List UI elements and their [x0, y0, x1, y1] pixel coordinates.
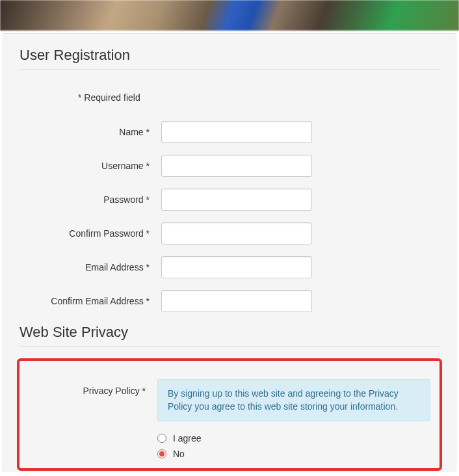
privacy-policy-label: Privacy Policy *: [29, 379, 157, 396]
email-input[interactable]: [161, 256, 312, 278]
privacy-section-title: Web Site Privacy: [20, 324, 439, 347]
privacy-no-radio[interactable]: [157, 449, 166, 458]
confirm-password-label: Confirm Password *: [20, 228, 161, 239]
privacy-agree-label: I agree: [173, 433, 202, 443]
page-title: User Registration: [20, 47, 439, 70]
confirm-email-label: Confirm Email Address *: [20, 296, 161, 306]
header-banner-image: [0, 0, 459, 31]
required-field-note: * Required field: [78, 92, 439, 103]
password-input[interactable]: [161, 189, 312, 211]
confirm-password-input[interactable]: [161, 222, 312, 245]
name-label: Name *: [20, 127, 161, 137]
privacy-no-label: No: [173, 449, 185, 459]
username-label: Username *: [20, 161, 161, 171]
confirm-email-input[interactable]: [161, 290, 312, 312]
privacy-info-message: By signing up to this web site and agree…: [157, 379, 430, 421]
name-input[interactable]: [161, 121, 312, 143]
privacy-highlight-box: Privacy Policy * By signing up to this w…: [17, 358, 442, 471]
username-input[interactable]: [161, 155, 312, 177]
email-label: Email Address *: [20, 262, 161, 272]
password-label: Password *: [20, 194, 161, 205]
privacy-agree-radio[interactable]: [157, 434, 166, 443]
